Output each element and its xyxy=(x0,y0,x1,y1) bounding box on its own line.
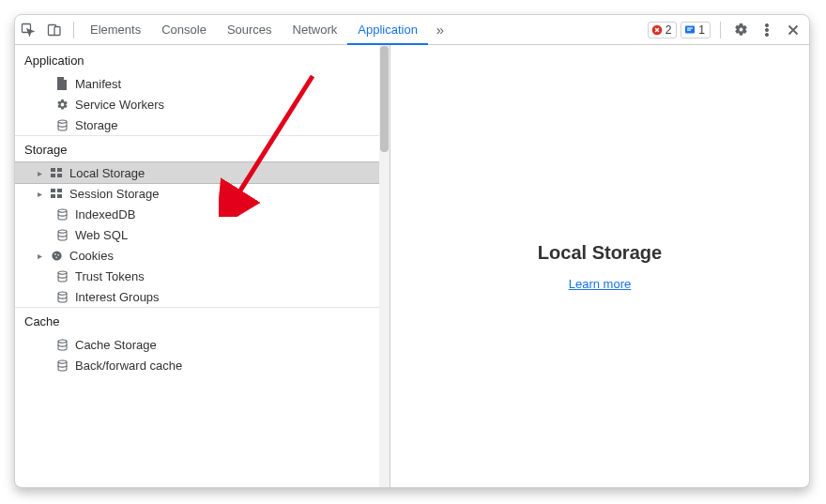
item-label: Manifest xyxy=(75,77,121,91)
inspect-element-button[interactable] xyxy=(15,15,41,45)
svg-rect-7 xyxy=(687,27,693,28)
more-button[interactable] xyxy=(755,15,779,45)
item-session-storage[interactable]: ▸ Session Storage xyxy=(15,183,390,204)
item-label: Interest Groups xyxy=(75,290,160,304)
svg-point-26 xyxy=(55,256,57,258)
section-application: Application xyxy=(15,45,390,73)
item-label: Storage xyxy=(75,118,118,132)
device-toolbar-button[interactable] xyxy=(41,15,68,45)
cookie-icon xyxy=(49,248,64,263)
disclosure-triangle[interactable]: ▸ xyxy=(36,168,43,178)
item-label: Trust Tokens xyxy=(75,269,145,283)
database-icon xyxy=(54,337,69,352)
item-label: Local Storage xyxy=(69,166,145,180)
scrollbar-thumb[interactable] xyxy=(380,46,389,152)
svg-rect-15 xyxy=(51,174,55,177)
item-label: IndexedDB xyxy=(75,207,135,221)
item-label: Session Storage xyxy=(69,187,159,201)
grid-icon xyxy=(49,165,64,180)
svg-rect-17 xyxy=(51,189,55,192)
svg-point-21 xyxy=(58,208,67,211)
svg-point-23 xyxy=(52,251,61,260)
close-icon xyxy=(788,24,799,36)
tab-elements[interactable]: Elements xyxy=(80,15,151,45)
database-icon xyxy=(54,117,69,132)
close-devtools-button[interactable] xyxy=(781,15,805,45)
issues-badge[interactable]: 1 xyxy=(681,22,711,38)
panel-tabs: Elements Console Sources Network Applica… xyxy=(80,15,428,45)
svg-point-22 xyxy=(58,229,67,232)
item-manifest[interactable]: ▸ Manifest xyxy=(15,73,390,94)
item-label: Web SQL xyxy=(75,228,128,242)
main-panel: Local Storage Learn more xyxy=(390,45,809,487)
svg-rect-14 xyxy=(57,168,62,172)
issues-icon xyxy=(684,24,696,36)
grid-icon xyxy=(49,186,64,201)
item-trust-tokens[interactable]: ▸ Trust Tokens xyxy=(15,266,390,286)
database-icon xyxy=(54,289,69,304)
tab-console[interactable]: Console xyxy=(151,15,217,45)
svg-point-24 xyxy=(54,253,56,255)
item-label: Back/forward cache xyxy=(75,359,182,373)
svg-rect-20 xyxy=(57,194,62,198)
database-icon xyxy=(54,227,69,242)
devtools-toolbar: Elements Console Sources Network Applica… xyxy=(15,15,809,45)
item-bf-cache[interactable]: ▸ Back/forward cache xyxy=(15,355,390,375)
svg-point-30 xyxy=(58,359,67,362)
error-icon xyxy=(651,24,663,36)
settings-button[interactable] xyxy=(728,15,753,45)
disclosure-triangle[interactable]: ▸ xyxy=(36,189,43,199)
item-cookies[interactable]: ▸ Cookies xyxy=(15,245,390,266)
tab-network[interactable]: Network xyxy=(283,15,348,45)
error-badge[interactable]: 2 xyxy=(648,22,678,38)
svg-rect-16 xyxy=(57,174,62,177)
tabs-overflow-button[interactable]: » xyxy=(428,15,452,45)
svg-point-9 xyxy=(765,23,768,26)
gear-icon xyxy=(54,97,69,112)
document-icon xyxy=(54,76,69,91)
kebab-icon xyxy=(765,23,769,37)
svg-rect-18 xyxy=(57,189,62,192)
svg-point-28 xyxy=(58,291,67,294)
toolbar-separator xyxy=(720,22,721,38)
section-storage: Storage xyxy=(15,135,390,162)
svg-rect-19 xyxy=(51,194,55,198)
svg-point-10 xyxy=(765,28,768,31)
database-icon xyxy=(54,206,69,221)
application-sidebar: Application ▸ Manifest ▸ Service Workers… xyxy=(15,45,390,487)
item-label: Cookies xyxy=(69,249,114,263)
item-websql[interactable]: ▸ Web SQL xyxy=(15,224,390,245)
section-cache: Cache xyxy=(15,307,390,334)
svg-rect-2 xyxy=(54,26,60,35)
svg-point-11 xyxy=(765,33,768,36)
disclosure-triangle[interactable]: ▸ xyxy=(36,251,43,261)
issues-count: 1 xyxy=(698,23,705,37)
item-local-storage[interactable]: ▸ Local Storage xyxy=(15,162,390,183)
panel-heading: Local Storage xyxy=(538,242,662,264)
svg-point-12 xyxy=(58,119,67,122)
toolbar-separator xyxy=(73,22,74,38)
item-indexeddb[interactable]: ▸ IndexedDB xyxy=(15,204,390,224)
database-icon xyxy=(54,268,69,283)
database-icon xyxy=(54,358,69,373)
svg-rect-13 xyxy=(51,168,55,172)
svg-point-25 xyxy=(57,253,59,255)
gear-icon xyxy=(734,23,748,37)
svg-point-27 xyxy=(58,270,67,273)
tab-sources[interactable]: Sources xyxy=(217,15,283,45)
item-interest-groups[interactable]: ▸ Interest Groups xyxy=(15,286,390,307)
learn-more-link[interactable]: Learn more xyxy=(569,277,631,291)
svg-rect-8 xyxy=(687,29,691,30)
item-cache-storage[interactable]: ▸ Cache Storage xyxy=(15,334,390,355)
error-count: 2 xyxy=(665,23,672,37)
item-label: Cache Storage xyxy=(75,338,157,352)
item-app-storage[interactable]: ▸ Storage xyxy=(15,115,390,135)
item-label: Service Workers xyxy=(75,98,164,112)
svg-point-29 xyxy=(58,339,67,342)
item-service-workers[interactable]: ▸ Service Workers xyxy=(15,94,390,115)
tab-application[interactable]: Application xyxy=(347,15,428,45)
